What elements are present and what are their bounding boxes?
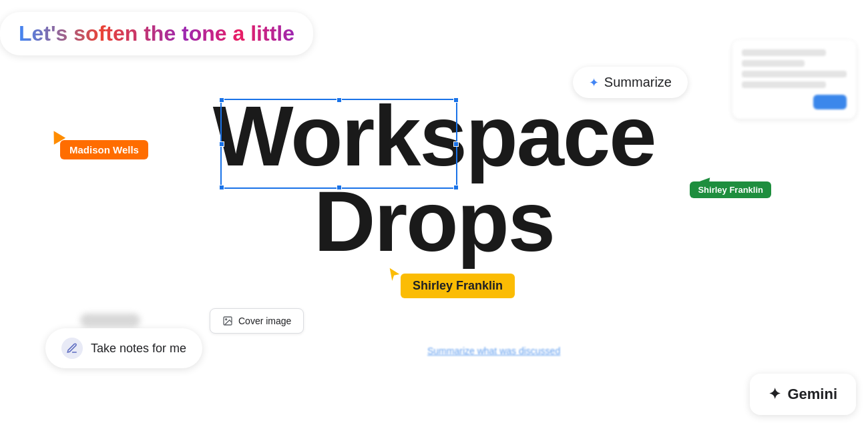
selection-handle-bottom[interactable] [337,185,342,190]
take-notes-label: Take notes for me [91,342,186,356]
notes-icon [61,338,83,359]
shirley-franklin-green-label: Shirley Franklin [690,181,771,198]
take-notes-pill[interactable]: Take notes for me [45,328,202,368]
main-title: Workspace Drops [213,93,656,264]
panel-line-3 [742,71,847,77]
soften-pill[interactable]: Let's soften the tone a little [0,12,313,55]
panel-line-2 [742,60,805,67]
selection-handle-top[interactable] [337,97,342,103]
selection-handle-bl[interactable] [219,185,224,190]
cursor-yellow-icon [387,267,402,284]
panel-line-4 [742,81,826,88]
cover-image-icon [222,316,233,326]
cover-image-label: Cover image [238,316,291,326]
selection-handle-left[interactable] [219,141,224,147]
shirley-franklin-yellow-label: Shirley Franklin [401,274,515,298]
panel-button [813,95,847,109]
summarize-label: Summarize [604,75,672,90]
summarize-pill[interactable]: ✦ Summarize [573,67,688,98]
selection-box [220,99,457,189]
title-drops: Drops [213,179,656,264]
blurred-element [80,314,140,327]
madison-wells-label: Madison Wells [60,140,148,159]
svg-point-1 [226,319,227,320]
selection-handle-tl[interactable] [219,97,224,103]
gemini-pill[interactable]: ✦ Gemini [750,374,856,415]
gemini-star-icon: ✦ [589,75,599,90]
selection-handle-right[interactable] [453,141,459,147]
top-right-panel [732,40,856,119]
summarize-discussed-link[interactable]: Summarize what was discussed [427,346,560,356]
selection-handle-tr[interactable] [453,97,459,103]
cover-image-button[interactable]: Cover image [210,308,304,334]
gemini-diamond-icon: ✦ [769,386,781,403]
title-workspace: Workspace [213,93,656,179]
soften-pill-text: Let's soften the tone a little [19,21,294,45]
scene: Let's soften the tone a little ✦ Summari… [0,0,868,427]
panel-line-1 [742,49,826,56]
selection-handle-br[interactable] [453,185,459,190]
gemini-label: Gemini [787,386,837,403]
